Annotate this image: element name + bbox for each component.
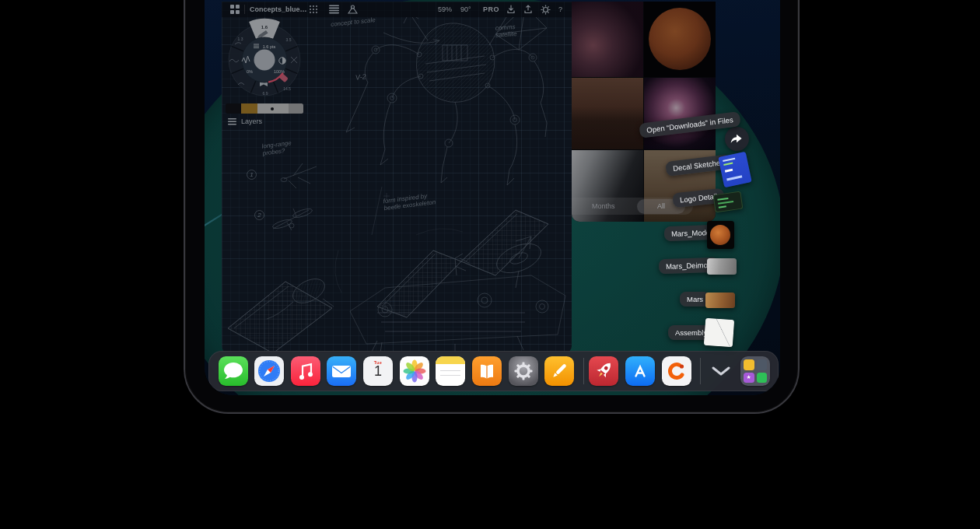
notes-band — [436, 356, 465, 364]
books-icon — [472, 356, 502, 386]
dock-app-mail[interactable] — [327, 356, 356, 386]
dock: Tue 1 — [208, 351, 779, 391]
dock-app-calendar[interactable]: Tue 1 — [363, 356, 393, 386]
music-icon — [291, 356, 320, 386]
dock-divider-1 — [583, 358, 584, 384]
drag-thumb-mars-deimos[interactable] — [707, 258, 737, 275]
mini-star-icon: ★ — [744, 373, 754, 384]
mini-tips-icon — [744, 359, 754, 370]
drag-thumb-assembly[interactable] — [704, 318, 734, 347]
dock-app-appstore[interactable] — [625, 356, 655, 386]
messages-icon — [219, 356, 248, 386]
dock-divider-2 — [700, 358, 701, 384]
mini-camera-icon — [757, 359, 768, 370]
safari-icon — [254, 356, 284, 386]
dock-app-settings[interactable] — [509, 356, 538, 386]
mail-icon — [327, 356, 356, 386]
dock-app-notes[interactable] — [436, 356, 465, 386]
dock-app-music[interactable] — [291, 356, 320, 386]
appstore-icon — [625, 356, 655, 386]
dock-app-books[interactable] — [472, 356, 502, 386]
dock-app-photos[interactable] — [400, 356, 429, 386]
drag-thumb-mars[interactable] — [705, 293, 735, 308]
dock-app-concepts[interactable] — [662, 356, 691, 386]
dock-app-messages[interactable] — [219, 356, 248, 386]
dock-app-library[interactable]: ★ — [740, 356, 770, 386]
forward-arrow-icon — [728, 130, 745, 147]
dock-app-pages[interactable] — [544, 356, 574, 386]
ipad-device: concept to scale comms satellite V-2 lon… — [184, 0, 800, 414]
share-action-button[interactable] — [725, 127, 749, 151]
concepts-c-icon — [662, 356, 691, 386]
mini-podcasts-icon — [757, 373, 768, 384]
drag-thumb-mars-model[interactable] — [707, 221, 734, 249]
app-library-tiles: ★ — [744, 359, 767, 383]
calendar-day: 1 — [363, 363, 393, 380]
dock-app-safari[interactable] — [254, 356, 284, 386]
photos-icon — [400, 356, 429, 386]
pages-pen-icon — [544, 356, 574, 386]
dock-app-rocket[interactable] — [589, 356, 618, 386]
dock-chevron-down[interactable] — [710, 364, 732, 378]
ipad-screen: concept to scale comms satellite V-2 lon… — [205, 0, 780, 395]
settings-icon — [509, 356, 538, 386]
rocket-icon — [589, 356, 618, 386]
